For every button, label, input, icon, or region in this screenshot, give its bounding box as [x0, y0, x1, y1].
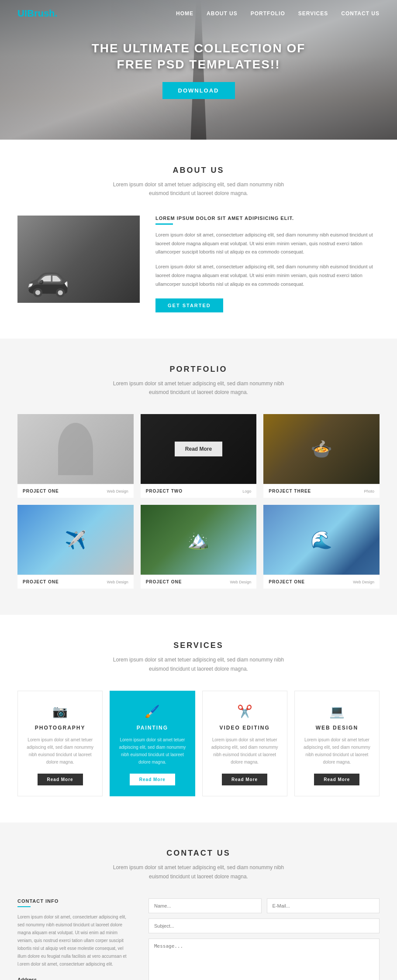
- nav-services[interactable]: SERVICES: [298, 10, 328, 17]
- portfolio-caption-5: PROJECT ONE Web Design: [141, 575, 257, 589]
- services-section: SERVICES Lorem ipsum dolor sit amet tetu…: [0, 615, 397, 822]
- read-more-button-2[interactable]: Read More: [175, 442, 222, 456]
- portfolio-name-3: PROJECT THREE: [269, 489, 311, 493]
- service-btn-video[interactable]: Read More: [222, 774, 267, 785]
- contact-form: SUBMIT: [148, 898, 380, 980]
- portfolio-cat-6: Web Design: [353, 580, 374, 584]
- service-text-painting: Lorem ipsum dolor sit amet tetuer adipis…: [119, 736, 186, 766]
- contact-section: CONTACT US Lorem ipsum dolor sit amet te…: [0, 822, 397, 980]
- service-text-photography: Lorem ipsum dolor sit amet tetuer adipis…: [27, 736, 93, 766]
- services-subtitle: Lorem ipsum dolor sit amet tetuer adipis…: [103, 655, 295, 673]
- portfolio-section: PORTFOLIO Lorem ipsum dolor sit amet tet…: [0, 339, 397, 615]
- portfolio-caption-2: PROJECT TWO Logo: [141, 484, 257, 498]
- about-section: ABOUT US Lorem ipsum dolor sit amet tetu…: [0, 140, 397, 339]
- about-highlighted: LOREM IPSUM DOLOR SIT AMET ADIPISICING E…: [155, 216, 380, 221]
- about-accent-line: [155, 223, 173, 225]
- message-field[interactable]: [148, 939, 380, 980]
- portfolio-cat-3: Photo: [364, 489, 374, 493]
- portfolio-title: PORTFOLIO: [17, 365, 380, 374]
- contact-inner: CONTACT INFO Lorem ipsum dolor sit amet,…: [17, 898, 380, 980]
- portfolio-cat-1: Web Design: [107, 489, 128, 493]
- nav-links: HOME ABOUT US PORTFOLIO SERVICES CONTACT…: [176, 10, 380, 17]
- portfolio-grid: PROJECT ONE Web Design Read More PROJECT…: [17, 414, 380, 589]
- service-title-video: VIDEO EDITING: [211, 725, 278, 731]
- download-button[interactable]: DOWNLOAD: [162, 82, 235, 99]
- name-field[interactable]: [148, 898, 262, 913]
- about-para-2: Lorem ipsum dolor sit amet, consectetuer…: [155, 263, 380, 288]
- hero-title: THE ULTIMATE COLLECTION OFFREE PSD TEMPL…: [92, 41, 306, 72]
- paint-icon: 🖌️: [119, 704, 186, 719]
- portfolio-cat-5: Web Design: [230, 580, 251, 584]
- portfolio-thumb-4[interactable]: ✈️: [17, 505, 134, 575]
- contact-title: CONTACT US: [17, 849, 380, 858]
- portfolio-cat-2: Logo: [242, 489, 251, 493]
- portfolio-caption-6: PROJECT ONE Web Design: [263, 575, 380, 589]
- portfolio-thumb-1[interactable]: [17, 414, 134, 484]
- list-item: ✈️ PROJECT ONE Web Design: [17, 505, 134, 589]
- contact-info: CONTACT INFO Lorem ipsum dolor sit amet,…: [17, 898, 131, 980]
- service-text-webdesign: Lorem ipsum dolor sit amet tetuer adipis…: [304, 736, 370, 766]
- portfolio-caption-3: PROJECT THREE Photo: [263, 484, 380, 498]
- portfolio-name-1: PROJECT ONE: [23, 489, 59, 493]
- camera-icon: 📷: [27, 704, 93, 719]
- contact-subtitle: Lorem ipsum dolor sit amet tetuer adipis…: [103, 863, 295, 881]
- list-item: 🏔️ PROJECT ONE Web Design: [141, 505, 257, 589]
- portfolio-thumb-5[interactable]: 🏔️: [141, 505, 257, 575]
- service-card-webdesign: 💻 WEB DESIGN Lorem ipsum dolor sit amet …: [294, 691, 380, 796]
- about-para-1: Lorem ipsum dolor sit amet, consectetuer…: [155, 231, 380, 257]
- service-btn-webdesign[interactable]: Read More: [314, 774, 359, 785]
- portfolio-thumb-2[interactable]: Read More: [141, 414, 257, 484]
- about-inner: LOREM IPSUM DOLOR SIT AMET ADIPISICING E…: [17, 216, 380, 312]
- services-grid: 📷 PHOTOGRAPHY Lorem ipsum dolor sit amet…: [17, 691, 380, 796]
- service-card-video: ✂️ VIDEO EDITING Lorem ipsum dolor sit a…: [202, 691, 287, 796]
- about-title: ABOUT US: [17, 166, 380, 175]
- portfolio-caption-4: PROJECT ONE Web Design: [17, 575, 134, 589]
- nav-logo[interactable]: UIBrush.: [17, 8, 58, 19]
- service-title-photography: PHOTOGRAPHY: [27, 725, 93, 731]
- service-title-painting: PAINTING: [119, 725, 186, 731]
- service-btn-painting[interactable]: Read More: [130, 774, 175, 785]
- nav-home[interactable]: HOME: [176, 10, 193, 17]
- service-title-webdesign: WEB DESIGN: [304, 725, 370, 731]
- list-item: PROJECT ONE Web Design: [17, 414, 134, 498]
- service-card-painting: 🖌️ PAINTING Lorem ipsum dolor sit amet t…: [110, 691, 195, 796]
- service-btn-photography[interactable]: Read More: [38, 774, 83, 785]
- portfolio-name-6: PROJECT ONE: [269, 579, 305, 584]
- portfolio-name-5: PROJECT ONE: [146, 579, 182, 584]
- nav-about[interactable]: ABOUT US: [207, 10, 238, 17]
- list-item: Read More PROJECT TWO Logo: [141, 414, 257, 498]
- contact-info-title: CONTACT INFO: [17, 898, 131, 904]
- form-row-name-email: [148, 898, 380, 913]
- nav-portfolio[interactable]: PORTFOLIO: [251, 10, 285, 17]
- monitor-icon: 💻: [304, 704, 370, 719]
- contact-address-label: Address: [17, 977, 131, 980]
- contact-info-text: Lorem ipsum dolor sit amet, consectetuer…: [17, 913, 131, 968]
- about-text: LOREM IPSUM DOLOR SIT AMET ADIPISICING E…: [155, 216, 380, 312]
- contact-info-line: [17, 906, 31, 907]
- service-text-video: Lorem ipsum dolor sit amet tetuer adipis…: [211, 736, 278, 766]
- scissors-icon: ✂️: [211, 704, 278, 719]
- about-image: [17, 216, 140, 303]
- list-item: 🌊 PROJECT ONE Web Design: [263, 505, 380, 589]
- form-row-subject: [148, 918, 380, 933]
- hero-content: THE ULTIMATE COLLECTION OFFREE PSD TEMPL…: [92, 41, 306, 99]
- about-subtitle: Lorem ipsum dolor sit amet tetuer adipis…: [103, 180, 295, 198]
- silhouette-shape: [58, 423, 93, 475]
- portfolio-cat-4: Web Design: [107, 580, 128, 584]
- portfolio-caption-1: PROJECT ONE Web Design: [17, 484, 134, 498]
- portfolio-thumb-3[interactable]: 🍲: [263, 414, 380, 484]
- email-field[interactable]: [267, 898, 380, 913]
- list-item: 🍲 PROJECT THREE Photo: [263, 414, 380, 498]
- navbar: UIBrush. HOME ABOUT US PORTFOLIO SERVICE…: [0, 0, 397, 27]
- service-card-photography: 📷 PHOTOGRAPHY Lorem ipsum dolor sit amet…: [17, 691, 103, 796]
- portfolio-subtitle: Lorem ipsum dolor sit amet tetuer adipis…: [103, 379, 295, 397]
- services-title: SERVICES: [17, 641, 380, 650]
- nav-contact[interactable]: CONTACT US: [341, 10, 380, 17]
- get-started-button[interactable]: GET STARTED: [155, 298, 223, 312]
- portfolio-thumb-6[interactable]: 🌊: [263, 505, 380, 575]
- portfolio-overlay-2[interactable]: Read More: [141, 414, 257, 484]
- subject-field[interactable]: [148, 918, 380, 933]
- portfolio-name-2: PROJECT TWO: [146, 489, 183, 493]
- portfolio-name-4: PROJECT ONE: [23, 579, 59, 584]
